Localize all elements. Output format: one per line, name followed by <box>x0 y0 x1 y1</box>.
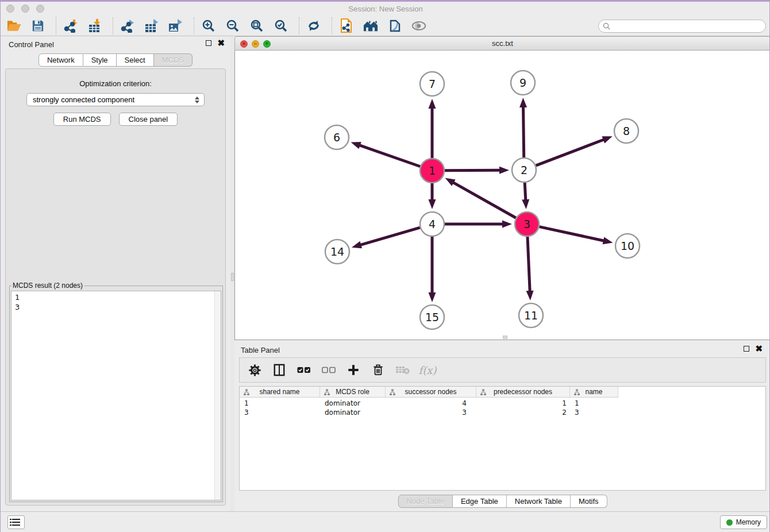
network-file-icon[interactable] <box>339 18 354 33</box>
table-cell[interactable]: 1 <box>476 399 570 408</box>
close-table-panel-icon[interactable]: ✖ <box>755 346 763 352</box>
import-network-icon[interactable] <box>63 18 78 33</box>
splitter-handle-icon[interactable] <box>231 273 234 281</box>
mcds-result-lines: 13 <box>11 291 221 312</box>
home-icon[interactable] <box>363 18 378 33</box>
select-stepper-icon <box>195 97 199 103</box>
table-tab-node-table[interactable]: Node Table <box>398 495 453 508</box>
table-cell[interactable]: dominator <box>320 399 386 408</box>
result-scrollbar[interactable] <box>214 291 221 500</box>
toolbar-separator <box>332 17 332 34</box>
graph-node-11[interactable]: 11 <box>519 303 543 327</box>
mcds-result-box[interactable]: 13 <box>11 291 221 500</box>
graph-edge-2-8[interactable] <box>536 136 613 165</box>
import-table-icon[interactable] <box>87 18 102 33</box>
column-header-shared-name[interactable]: shared name <box>240 387 320 398</box>
table-cell[interactable]: 3 <box>386 408 476 417</box>
svg-text:10: 10 <box>621 240 634 252</box>
graph-edge-3-1[interactable] <box>445 178 516 218</box>
select-all-checks-icon[interactable] <box>297 363 311 377</box>
save-session-icon[interactable] <box>30 18 45 33</box>
zoom-in-icon[interactable] <box>201 18 216 33</box>
zoom-fit-icon[interactable] <box>249 18 264 33</box>
table-cell[interactable]: 3 <box>240 408 320 417</box>
zoom-out-icon[interactable] <box>225 18 240 33</box>
graph-edge-1-7[interactable] <box>429 99 436 158</box>
search-field[interactable] <box>598 20 766 33</box>
tab-select[interactable]: Select <box>117 53 154 67</box>
close-panel-button[interactable]: Close panel <box>119 113 178 126</box>
svg-text:3: 3 <box>523 218 530 230</box>
column-header-name[interactable]: name <box>570 387 618 398</box>
application-window: Session: New Session <box>0 0 770 532</box>
column-header-successor-nodes[interactable]: successor nodes <box>386 387 476 398</box>
search-input[interactable] <box>613 22 765 30</box>
graph-node-2[interactable]: 2 <box>512 158 536 182</box>
deselect-all-checks-icon[interactable] <box>321 363 336 377</box>
table-cell[interactable]: dominator <box>320 408 386 417</box>
task-history-button[interactable] <box>7 515 25 529</box>
float-table-panel-icon[interactable] <box>744 346 749 352</box>
settings-icon[interactable] <box>247 363 262 377</box>
tab-style[interactable]: Style <box>83 53 117 67</box>
graph-edge-1-6[interactable] <box>351 142 421 167</box>
network-canvas[interactable]: 7968124314101511 <box>234 51 770 340</box>
memory-button[interactable]: Memory <box>720 515 767 529</box>
table-tab-network-table[interactable]: Network Table <box>507 495 571 508</box>
graph-edge-3-11[interactable] <box>526 237 534 300</box>
network-window-titlebar[interactable]: × − + scc.txt <box>234 36 770 51</box>
table-tab-motifs[interactable]: Motifs <box>571 495 607 508</box>
graph-node-10[interactable]: 10 <box>615 234 640 258</box>
split-columns-icon[interactable] <box>272 363 287 377</box>
graph-edge-1-2[interactable] <box>445 167 509 174</box>
column-header-mcds-role[interactable]: MCDS role <box>320 387 386 398</box>
node-table[interactable]: shared nameMCDS rolesuccessor nodesprede… <box>239 386 766 491</box>
graph-edge-2-9[interactable] <box>519 98 527 157</box>
table-row[interactable]: 3dominator323 <box>240 408 765 417</box>
zoom-selected-icon[interactable] <box>274 18 288 33</box>
export-table-icon[interactable] <box>144 18 159 33</box>
graph-node-14[interactable]: 14 <box>325 240 349 264</box>
optimization-criterion-label: Optimization criterion: <box>6 79 225 88</box>
graph-node-9[interactable]: 9 <box>511 71 535 95</box>
float-panel-icon[interactable] <box>206 40 211 46</box>
toolbar-separator <box>113 17 113 34</box>
export-network-icon[interactable] <box>120 18 135 33</box>
graph-edge-4-15[interactable] <box>429 237 436 302</box>
graph-edge-4-14[interactable] <box>352 228 420 248</box>
graph-node-6[interactable]: 6 <box>325 125 349 149</box>
run-mcds-button[interactable]: Run MCDS <box>53 113 111 126</box>
open-file-icon[interactable] <box>6 18 21 33</box>
eye-icon[interactable] <box>411 18 426 33</box>
table-cell[interactable]: 4 <box>386 399 476 408</box>
refresh-icon[interactable] <box>306 18 321 33</box>
graph-edge-1-4[interactable] <box>429 183 436 209</box>
canvas-resize-handle[interactable] <box>503 336 507 339</box>
criterion-select[interactable]: strongly connected component <box>26 93 205 106</box>
table-row[interactable]: 1dominator411 <box>240 399 765 408</box>
tab-network[interactable]: Network <box>38 53 83 67</box>
export-image-icon[interactable] <box>168 18 183 33</box>
panel-splitter[interactable] <box>230 36 234 511</box>
tab-mcds[interactable]: MCDS <box>154 53 192 67</box>
add-row-icon[interactable] <box>346 363 361 377</box>
graph-edge-4-3[interactable] <box>445 221 512 228</box>
graph-node-15[interactable]: 15 <box>420 305 444 329</box>
graph-node-4[interactable]: 4 <box>420 212 444 236</box>
table-cell[interactable]: 2 <box>476 408 570 417</box>
graph-node-8[interactable]: 8 <box>614 119 638 143</box>
table-cell[interactable]: 1 <box>570 399 618 408</box>
control-panel-tabs: NetworkStyleSelectMCDS <box>1 53 230 67</box>
close-panel-icon[interactable]: ✖ <box>217 40 225 46</box>
table-cell[interactable]: 1 <box>240 399 320 408</box>
graph-edge-3-10[interactable] <box>539 227 613 245</box>
column-header-predecessor-nodes[interactable]: predecessor nodes <box>476 387 570 398</box>
table-tab-edge-table[interactable]: Edge Table <box>453 495 507 508</box>
table-cell[interactable]: 3 <box>570 408 618 417</box>
graph-node-3[interactable]: 3 <box>515 212 539 236</box>
graph-node-7[interactable]: 7 <box>420 72 444 96</box>
annotation-icon[interactable] <box>387 18 402 33</box>
graph-node-1[interactable]: 1 <box>420 159 444 183</box>
delete-row-icon[interactable] <box>371 363 386 377</box>
graph-edge-2-3[interactable] <box>522 183 529 209</box>
